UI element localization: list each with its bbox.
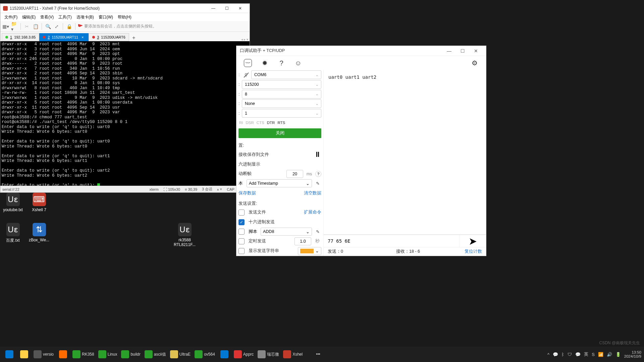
desktop-icon-baidu-txt[interactable]: Uɛ百度.txt [2,223,24,243]
desktop-icon-youtube-txt[interactable]: Uɛyoutube.txt [2,193,24,212]
search-icon[interactable]: 🔍 [45,23,51,30]
tray-icon[interactable]: ᛒ [561,352,564,357]
signal-RTS[interactable]: RTS [277,121,285,125]
menu-帮助(H)[interactable]: 帮助(H) [116,14,133,21]
stopbits-select[interactable]: 1⌄ [242,109,321,118]
port-select[interactable]: COM6⌄ [251,70,321,79]
baud-select[interactable]: 115200⌄ [242,80,321,89]
break-ms-input[interactable]: 20 [286,170,303,178]
taskbar-rk358[interactable]: RK358 [71,348,96,361]
help-icon[interactable]: ? [315,171,321,177]
tab-192.168.3.85[interactable]: 1 192.168.3.85 [2,33,39,41]
new-session-icon[interactable]: ▦▾ [2,23,9,30]
parity-select[interactable]: None⌄ [242,99,321,108]
desktop-icon-rk3588[interactable]: Uɛrk3588 RTL8211F... [174,223,196,247]
tray-icon[interactable]: 英 [584,351,588,357]
taskbar-ascii[interactable]: ascii值 [143,348,167,361]
titlebar[interactable]: 115200UART11 - Xshell 7 (Free for Home/S… [0,4,250,13]
taskbar-notes[interactable] [218,348,231,361]
clear-data-link[interactable]: 清空数据 [304,190,321,196]
show-send-checkbox[interactable] [238,248,245,254]
menu-选项卡(B)[interactable]: 选项卡(B) [74,14,96,21]
tab-navigator[interactable]: ◂ ▸ ▾ [241,38,248,41]
tray-icon[interactable]: 🛡 [568,352,572,357]
timestamp-select[interactable]: Add Timestamp⌄ [247,179,312,187]
taskbar-linux[interactable]: Linux [97,348,119,361]
taskbar-more[interactable]: ••• [305,348,322,361]
taskbar-ov564[interactable]: ov564 [193,348,216,361]
tab-115200UART11[interactable]: 2 115200UART11× [39,33,89,41]
minimize-button[interactable]: — [207,4,220,13]
lock-icon[interactable]: 🔒 [66,23,72,30]
databits-select[interactable]: 8⌄ [242,90,321,99]
hex-send-checkbox[interactable]: ✓ [238,219,245,225]
script-select[interactable]: ADD8⌄ [261,228,312,236]
taskbar-paint[interactable] [56,348,70,361]
signal-DSR[interactable]: DSR [246,121,254,125]
gear-icon[interactable]: ⚙ [471,59,479,67]
close-port-button[interactable]: 关闭 [238,128,321,138]
pause-icon[interactable]: ⏸ [314,150,321,159]
menu-工具(T)[interactable]: 工具(T) [56,14,73,21]
signal-DTR[interactable]: DTR [267,121,275,125]
tray-icon[interactable]: S [592,352,595,357]
taskbar-start[interactable] [3,348,16,361]
close-button[interactable]: ✕ [233,4,247,13]
extend-cmd-link[interactable]: 扩展命令 [304,209,321,215]
taskbar-xshell-tb[interactable]: Xshel [282,348,304,361]
cut-icon[interactable]: ✂ [23,23,30,30]
minimize-button[interactable]: — [442,46,456,56]
help-icon[interactable]: ? [277,59,285,67]
tray-icon[interactable]: 💬 [553,352,558,357]
paste-icon[interactable]: 📋 [32,23,39,30]
taskbar-buildr[interactable]: buildr [120,348,142,361]
taskbar-explorer[interactable] [17,348,31,361]
timed-input[interactable]: 1.0 [294,237,311,245]
maximize-button[interactable]: ☐ [456,46,469,56]
open-icon[interactable]: 📁▾ [11,23,18,30]
taskbar-ruixin[interactable]: 瑞芯微 [256,348,280,361]
desktop-icon-zbox[interactable]: ⇅zBox_We... [28,223,50,242]
edit-icon[interactable]: ✎ [314,180,321,187]
color-select[interactable]: ⌄ [298,247,321,255]
waveform-icon[interactable]: 〰 [244,59,252,67]
tray-icon[interactable]: 🔋 [615,352,621,357]
taskbar-ultrae[interactable]: UltraE [169,348,192,361]
edit-icon[interactable]: ✎ [314,228,321,235]
smile-icon[interactable]: ☺ [294,59,302,67]
serial-titlebar[interactable]: 口调试助手 + TCP/UDP — ☐ ✕ [236,46,486,56]
bug-icon[interactable]: ✹ [261,59,269,67]
tray-icon[interactable]: 🔊 [607,352,612,357]
search-off-icon[interactable]: ⚲ [243,72,249,78]
close-button[interactable]: ✕ [469,46,483,56]
send-button[interactable]: ➤ [459,235,486,247]
menu-编辑(E)[interactable]: 编辑(E) [20,14,38,21]
desktop-icon-xshell7[interactable]: ⌨Xshell 7 [28,193,50,212]
menu-查看(V)[interactable]: 查看(V) [38,14,56,21]
signal-CTS[interactable]: CTS [257,121,264,125]
terminal[interactable]: drwxr-xr-x 4 root root 4096 Mar 9 2023 m… [0,41,250,186]
reset-count-link[interactable]: 复位计数 [465,249,482,254]
send-file-checkbox[interactable] [238,209,245,216]
clock[interactable]: 13:502024/10/9 [624,350,641,358]
menu-文件(F)[interactable]: 文件(F) [2,14,19,21]
maximize-button[interactable]: ☐ [220,4,233,13]
tab-close-icon[interactable]: × [80,35,85,39]
taskbar-apprc[interactable]: Apprc [232,348,255,361]
tab-115200UART6[interactable]: 3 115200UART6 [89,33,129,41]
tx-input[interactable]: 77 65 6E [324,235,459,247]
tray-icon[interactable]: 💬 [575,352,581,357]
save-data-link[interactable]: 保存数据 [238,190,256,196]
rx-area[interactable]: uart0 uart1 uart2 [324,70,486,235]
timestamp-label: 本 [238,181,245,186]
scroll-icon[interactable]: ⤢ [53,23,60,30]
tray-icon[interactable]: 📶 [598,352,603,357]
timed-send-checkbox[interactable] [238,238,245,244]
taskbar-versio[interactable]: versio [32,348,55,361]
tray-icon[interactable]: ^ [547,352,549,357]
script-checkbox[interactable] [238,229,245,235]
tab-add-button[interactable]: + [130,35,137,41]
up-down-arrows[interactable]: ▴ ▾ [217,187,222,191]
menu-窗口(W)[interactable]: 窗口(W) [97,14,115,21]
signal-RI[interactable]: RI [239,121,243,125]
